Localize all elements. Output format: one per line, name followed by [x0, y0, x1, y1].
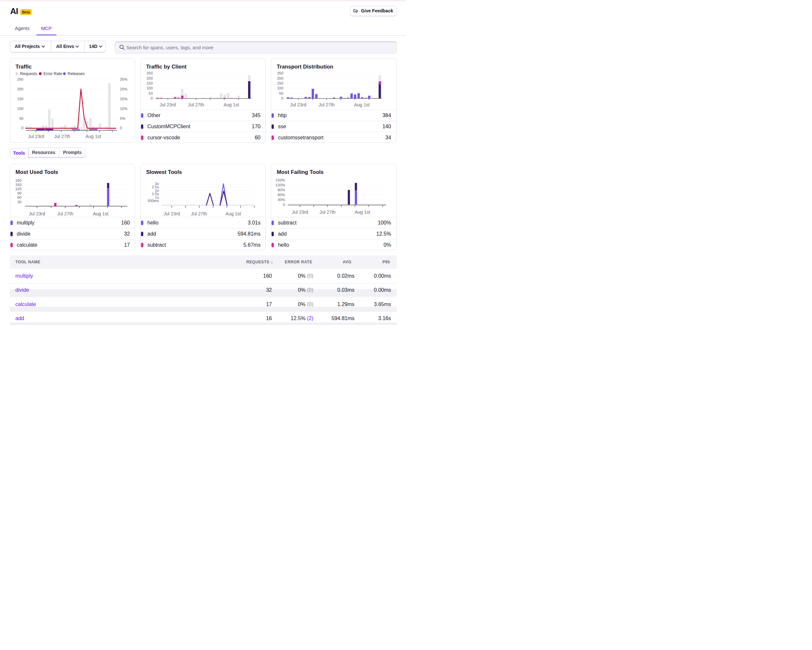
svg-text:20%: 20% [120, 87, 127, 91]
svg-text:100: 100 [147, 87, 153, 90]
svg-text:Aug 1st: Aug 1st [354, 102, 370, 107]
svg-text:0: 0 [283, 203, 285, 206]
svg-text:Jul 23rd: Jul 23rd [29, 211, 45, 216]
svg-text:250: 250 [147, 71, 153, 75]
svg-text:60%: 60% [278, 193, 285, 197]
svg-text:90%: 90% [278, 188, 285, 192]
svg-text:5%: 5% [120, 116, 125, 121]
svg-text:Jul 27th: Jul 27th [191, 211, 207, 216]
svg-text:180: 180 [15, 179, 21, 182]
svg-text:Error Rate: Error Rate [43, 72, 63, 76]
svg-text:100: 100 [277, 87, 283, 90]
svg-text:120: 120 [15, 187, 21, 191]
svg-text:Aug 1st: Aug 1st [85, 134, 101, 139]
svg-text:500ms: 500ms [148, 199, 159, 203]
svg-text:150: 150 [15, 183, 21, 187]
svg-text:Aug 1st: Aug 1st [224, 102, 239, 107]
svg-text:Jul 27th: Jul 27th [54, 134, 70, 139]
svg-text:30: 30 [17, 200, 21, 204]
svg-text:Releases: Releases [67, 72, 84, 76]
svg-text:30%: 30% [278, 198, 285, 201]
svg-text:Jul 27th: Jul 27th [57, 211, 73, 216]
svg-text:Jul 23rd: Jul 23rd [292, 209, 308, 215]
svg-text:50: 50 [279, 92, 284, 95]
svg-text:Jul 27th: Jul 27th [319, 209, 336, 215]
svg-text:120%: 120% [276, 183, 285, 187]
svg-text:0: 0 [281, 96, 283, 101]
svg-text:0: 0 [21, 126, 23, 130]
svg-text:200: 200 [17, 87, 23, 91]
svg-text:250: 250 [17, 77, 23, 81]
svg-text:200: 200 [277, 76, 283, 80]
svg-text:Jul 23rd: Jul 23rd [160, 102, 176, 107]
svg-text:150: 150 [17, 97, 23, 101]
svg-text:200: 200 [147, 76, 153, 80]
svg-text:Requests: Requests [20, 72, 37, 76]
svg-text:Jul 27th: Jul 27th [188, 102, 204, 107]
svg-text:50: 50 [19, 116, 23, 121]
svg-text:Jul 23rd: Jul 23rd [164, 211, 180, 216]
svg-text:10%: 10% [120, 107, 127, 111]
svg-text:Aug 1st: Aug 1st [93, 211, 109, 216]
svg-text:Jul 27th: Jul 27th [319, 102, 335, 107]
svg-text:100: 100 [17, 107, 23, 111]
svg-text:Aug 1st: Aug 1st [226, 211, 241, 216]
svg-text:60: 60 [17, 195, 21, 199]
svg-text:50: 50 [149, 92, 153, 95]
svg-text:150: 150 [277, 81, 283, 85]
svg-text:0: 0 [151, 96, 153, 101]
svg-text:150: 150 [147, 81, 153, 85]
svg-text:Jul 23rd: Jul 23rd [28, 134, 44, 139]
svg-text:Aug 1st: Aug 1st [355, 209, 371, 215]
svg-text:15%: 15% [120, 97, 127, 101]
svg-text:0: 0 [120, 126, 122, 130]
svg-text:90: 90 [17, 191, 21, 195]
svg-text:25%: 25% [120, 77, 127, 81]
svg-text:Jul 23rd: Jul 23rd [290, 102, 307, 107]
svg-text:250: 250 [277, 71, 283, 75]
svg-text:150%: 150% [276, 178, 285, 182]
